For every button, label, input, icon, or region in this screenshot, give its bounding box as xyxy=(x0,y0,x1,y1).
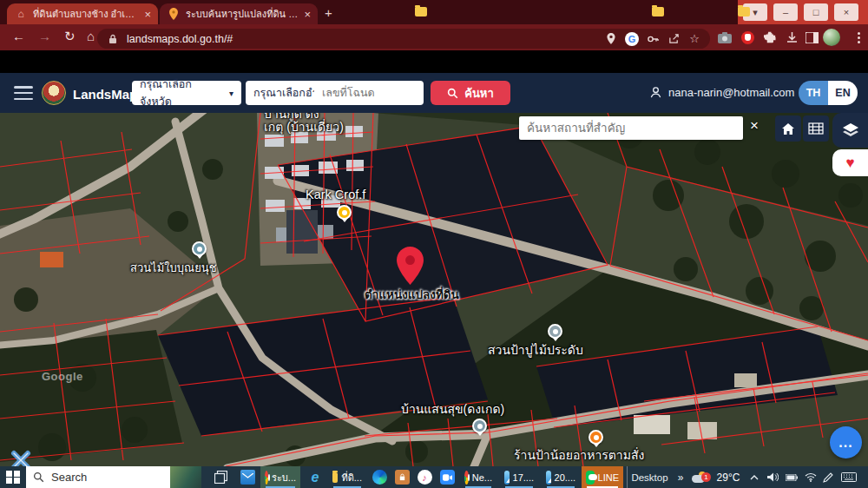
minimize-button[interactable]: – xyxy=(773,3,798,21)
store-button[interactable] xyxy=(391,466,413,488)
chevron-down-icon: ▾ xyxy=(229,89,233,98)
account-menu[interactable]: nana-narin@hotmail.com ▾ xyxy=(649,86,805,99)
password-key-icon[interactable] xyxy=(646,32,660,46)
reload-icon[interactable]: ↻ xyxy=(64,29,76,44)
map-label-restaurant: ร้านป้าน้อยอาหารตามสั่ง xyxy=(514,445,644,465)
browser-menu-kebab-icon[interactable] xyxy=(849,28,868,47)
bookmark-star-icon[interactable]: ☆ xyxy=(687,32,701,46)
home-icon xyxy=(781,122,795,135)
edge-button[interactable] xyxy=(368,466,391,488)
map-search-close-icon[interactable]: × xyxy=(750,117,759,135)
internet-explorer-button[interactable]: e xyxy=(304,466,326,488)
map-more-button[interactable]: ... xyxy=(830,426,862,458)
window-close-button[interactable]: × xyxy=(834,3,858,21)
photos-icon xyxy=(546,471,551,485)
map-viewport[interactable]: บ้านกูด ดง เกตุ (บ้านเดี่ยว) Kark Crof.f… xyxy=(0,113,868,466)
lang-en-button[interactable]: EN xyxy=(828,81,858,105)
windows-logo-icon xyxy=(6,471,20,485)
map-home-button[interactable] xyxy=(775,115,801,142)
restaurant-marker[interactable] xyxy=(589,430,603,445)
taskbar-photos-20[interactable]: 20.... xyxy=(542,466,580,488)
taskbar-overflow-chevron[interactable]: » xyxy=(674,466,687,488)
layers-icon xyxy=(842,122,859,138)
house-marker[interactable] xyxy=(472,419,487,433)
hamburger-menu-icon[interactable] xyxy=(14,86,33,100)
tab-close-icon[interactable]: × xyxy=(304,8,311,21)
deed-number-input[interactable] xyxy=(314,81,424,105)
volume-icon[interactable] xyxy=(764,466,781,488)
pen-icon[interactable] xyxy=(819,466,837,488)
favorites-heart-button[interactable]: ♥ xyxy=(832,149,868,176)
map-label-garden-right: สวนป้าปูไม้ประดับ xyxy=(488,340,583,359)
mail-app-button[interactable] xyxy=(236,466,259,488)
kark-shop-marker[interactable] xyxy=(337,205,352,220)
folder-icon xyxy=(652,7,664,16)
browser-tab-2-active[interactable]: ระบบค้นหารูปแปลงที่ดิน (LandsMaps) × xyxy=(160,3,318,24)
url-text: landsmaps.dol.go.th/# xyxy=(127,33,233,45)
location-pin-icon[interactable] xyxy=(604,32,618,46)
task-view-icon xyxy=(214,471,227,484)
zoom-button[interactable] xyxy=(436,466,458,488)
map-search-input[interactable] xyxy=(519,116,743,140)
taskbar-photos-17[interactable]: 17.... xyxy=(500,466,538,488)
temperature-readout[interactable]: 29°C xyxy=(712,466,745,488)
photos-icon xyxy=(504,471,510,485)
search-icon xyxy=(447,88,458,99)
side-panel-icon[interactable] xyxy=(802,28,821,47)
ie-icon: e xyxy=(312,470,319,485)
forward-icon[interactable]: → xyxy=(38,29,51,43)
windows-taskbar: Search ระบ... e ที่ดิ... xyxy=(0,466,868,488)
screen: ⌂ ที่ดินตำบลบางช้าง อำเภอสามพราน, นค × ร… xyxy=(0,0,868,488)
battery-icon[interactable] xyxy=(783,466,800,488)
touch-keyboard-icon[interactable] xyxy=(837,466,861,488)
lang-th-button[interactable]: TH xyxy=(799,81,828,105)
folder-icon xyxy=(415,7,427,16)
new-tab-button[interactable]: + xyxy=(325,5,332,20)
weather-tray-icon[interactable]: 1 xyxy=(689,466,710,488)
itunes-button[interactable]: ♪ xyxy=(413,466,436,488)
province-select[interactable]: กรุณาเลือกจังหวัด▾ xyxy=(132,81,241,105)
profile-avatar[interactable] xyxy=(823,29,840,46)
taskbar-chrome-landsmaps[interactable]: ระบ... xyxy=(260,466,300,488)
map-grid-button[interactable] xyxy=(803,115,829,142)
browser-home-icon[interactable]: ⌂ xyxy=(87,29,95,43)
downloads-icon[interactable] xyxy=(782,28,801,47)
mail-icon xyxy=(240,470,255,485)
taskbar-chrome-ne[interactable]: Ne... xyxy=(460,466,496,488)
map-label-house: บ้านแสนสุข(ดงเกด) xyxy=(401,399,504,419)
wifi-icon[interactable] xyxy=(802,466,819,488)
chrome-icon xyxy=(265,471,268,485)
map-layers-button[interactable] xyxy=(832,113,868,148)
taskbar-line-app[interactable]: LINE xyxy=(582,466,623,488)
screenshot-camera-icon[interactable] xyxy=(715,28,734,47)
google-watermark: Google xyxy=(42,370,83,383)
task-view-button[interactable] xyxy=(208,466,233,488)
line-icon xyxy=(586,471,595,485)
garden-left-marker[interactable] xyxy=(192,241,207,256)
start-button[interactable] xyxy=(0,466,26,488)
tray-expand-chevron[interactable] xyxy=(746,466,762,488)
red-extension-icon[interactable] xyxy=(738,28,757,47)
map-label-parcel-position: ตำแหน่งแปลงที่ดิน xyxy=(365,285,459,304)
maximize-button[interactable]: □ xyxy=(804,3,828,21)
person-icon xyxy=(649,86,662,99)
search-button[interactable]: ค้นหา xyxy=(431,81,510,105)
tab-close-icon[interactable]: × xyxy=(144,8,151,21)
google-icon[interactable]: G xyxy=(625,32,639,46)
garden-right-marker[interactable] xyxy=(548,324,562,339)
extensions-puzzle-icon[interactable] xyxy=(760,28,779,47)
folder-icon xyxy=(738,7,750,16)
itunes-icon: ♪ xyxy=(418,470,432,485)
language-toggle: TH EN xyxy=(799,81,858,105)
share-icon[interactable] xyxy=(667,32,681,46)
address-bar[interactable]: landsmaps.dol.go.th/# G ☆ xyxy=(97,29,710,49)
parcel-location-pin[interactable] xyxy=(397,247,424,288)
desktop-toolbar-label[interactable]: Desktop xyxy=(627,466,672,488)
browser-tab-1[interactable]: ⌂ ที่ดินตำบลบางช้าง อำเภอสามพราน, นค × xyxy=(7,3,158,24)
chrome-icon xyxy=(464,471,469,485)
taskbar-search-box[interactable]: Search xyxy=(26,466,201,488)
lock-icon xyxy=(106,32,120,46)
map-label-village: บ้านกูด ดง เกตุ (บ้านเดี่ยว) xyxy=(264,113,344,134)
back-icon[interactable]: ← xyxy=(12,29,25,43)
taskbar-folder-tidin[interactable]: ที่ดิ... xyxy=(328,466,366,488)
